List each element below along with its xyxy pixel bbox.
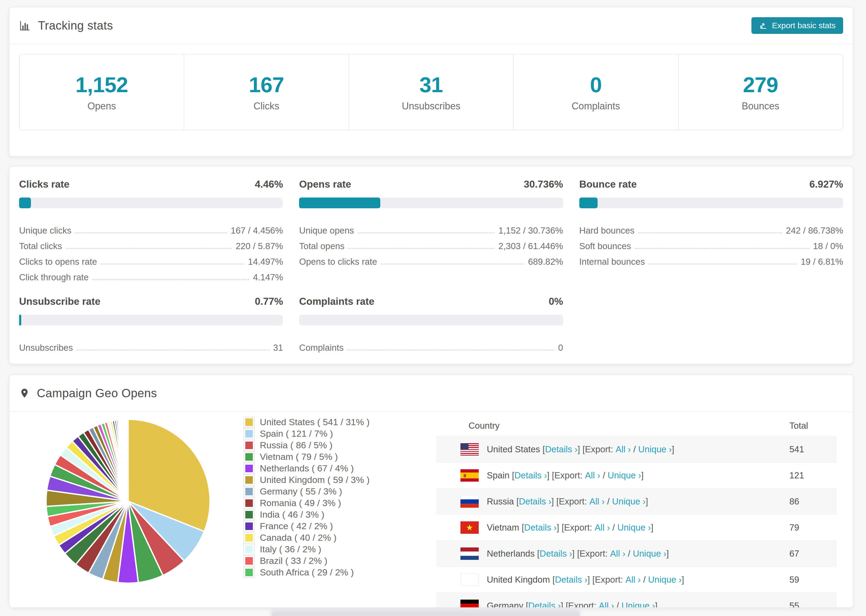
rate-value: 6.927% xyxy=(809,179,843,190)
rate-row-value: 220 / 5.87% xyxy=(236,241,283,251)
punctuation: ] xyxy=(655,601,657,608)
punctuation: / xyxy=(625,548,633,559)
export-unique-link[interactable]: Unique › xyxy=(617,522,651,533)
rate-title: Complaints rate xyxy=(299,296,375,307)
export-all-link[interactable]: All › xyxy=(599,601,614,608)
legend-item: United States ( 541 / 31% ) xyxy=(244,416,370,428)
total-cell: 121 xyxy=(789,470,837,481)
dotted-leader xyxy=(348,248,494,249)
export-unique-link[interactable]: Unique › xyxy=(612,497,646,507)
tracking-stats-header: Tracking stats Export basic stats xyxy=(9,7,853,44)
export-basic-stats-button[interactable]: Export basic stats xyxy=(751,17,843,34)
rate-row-label: Unique opens xyxy=(299,225,354,236)
country-cell: Netherlands [Details ›] [Export: All › /… xyxy=(460,547,789,560)
rate-row-label: Unsubscribes xyxy=(19,343,73,353)
export-unique-link[interactable]: Unique › xyxy=(648,575,682,585)
legend-label: Spain ( 121 / 7% ) xyxy=(260,428,333,439)
rate-row-value: 18 / 0% xyxy=(813,241,843,251)
export-all-link[interactable]: All › xyxy=(616,444,631,454)
legend-swatch xyxy=(244,556,254,566)
export-all-link[interactable]: All › xyxy=(610,548,625,559)
legend-item: Netherlands ( 67 / 4% ) xyxy=(244,462,370,474)
rate-title: Clicks rate xyxy=(19,179,69,190)
total-cell: 541 xyxy=(789,444,837,454)
table-row: Germany [Details ›] [Export: All › / Uni… xyxy=(436,592,837,608)
rate-row: Opens to clicks rate689.82% xyxy=(299,251,563,267)
progress-bar xyxy=(579,198,843,208)
punctuation: / xyxy=(614,601,622,608)
rate-row-label: Soft bounces xyxy=(579,241,631,251)
punctuation: [ xyxy=(514,497,519,507)
dotted-leader xyxy=(635,248,809,249)
export-all-link[interactable]: All › xyxy=(585,470,600,481)
progress-bar-fill xyxy=(19,198,31,208)
geo-content: United States ( 541 / 31% )Spain ( 121 /… xyxy=(9,412,853,608)
country-cell: Vietnam [Details ›] [Export: All › / Uni… xyxy=(460,522,789,534)
rate-row: Unsubscribes31 xyxy=(19,337,283,353)
progress-bar-fill xyxy=(299,198,380,208)
punctuation: [ xyxy=(509,470,514,481)
country-name: Germany xyxy=(487,601,523,608)
details-link[interactable]: Details › xyxy=(540,548,572,559)
legend-label: Russia ( 86 / 5% ) xyxy=(260,440,332,451)
country-cell: United States [Details ›] [Export: All ›… xyxy=(460,443,789,456)
stat-value: 0 xyxy=(590,72,602,97)
rate-row: Soft bounces18 / 0% xyxy=(579,236,843,251)
vn-flag-icon xyxy=(460,522,479,534)
punctuation: ] [Export: xyxy=(572,548,610,559)
rate-row-value: 2,303 / 61.446% xyxy=(498,241,563,251)
geo-legend: United States ( 541 / 31% )Spain ( 121 /… xyxy=(244,416,370,578)
rate-row: Unique opens1,152 / 30.736% xyxy=(299,220,563,236)
export-all-link[interactable]: All › xyxy=(625,575,641,585)
legend-label: Canada ( 40 / 2% ) xyxy=(260,533,337,543)
stat-box: 0Complaints xyxy=(514,55,678,130)
dotted-leader xyxy=(77,350,269,350)
legend-item: Canada ( 40 / 2% ) xyxy=(244,532,370,544)
stat-box: 31Unsubscribes xyxy=(349,55,514,130)
legend-item: Vietnam ( 79 / 5% ) xyxy=(244,451,370,462)
export-unique-link[interactable]: Unique › xyxy=(608,470,641,481)
punctuation: / xyxy=(610,522,617,533)
rate-row-label: Click through rate xyxy=(19,272,89,283)
legend-label: Italy ( 36 / 2% ) xyxy=(260,544,321,555)
geo-table-header-row: Country Total xyxy=(436,415,837,436)
rate-row: Clicks to opens rate14.497% xyxy=(19,251,283,267)
legend-swatch xyxy=(244,498,254,509)
export-all-link[interactable]: All › xyxy=(589,497,605,507)
rate-row: Total opens2,303 / 61.446% xyxy=(299,236,563,251)
punctuation: / xyxy=(631,444,638,454)
rate-title: Unsubscribe rate xyxy=(19,296,100,307)
legend-label: Germany ( 55 / 3% ) xyxy=(260,486,342,497)
details-link[interactable]: Details › xyxy=(524,522,557,533)
details-link[interactable]: Details › xyxy=(555,575,587,585)
geo-header: Campaign Geo Opens xyxy=(9,375,853,412)
total-cell: 55 xyxy=(789,601,837,608)
geo-table: Country Total United States [Details ›] … xyxy=(436,415,837,608)
stat-label: Opens xyxy=(87,101,116,112)
export-unique-link[interactable]: Unique › xyxy=(638,444,672,454)
rate-row-label: Hard bounces xyxy=(579,225,635,236)
rate-section-head: Complaints rate0% xyxy=(299,296,563,307)
details-link[interactable]: Details › xyxy=(519,497,551,507)
table-row: Netherlands [Details ›] [Export: All › /… xyxy=(436,541,837,567)
details-link[interactable]: Details › xyxy=(545,444,578,454)
legend-swatch xyxy=(244,567,254,578)
export-unique-link[interactable]: Unique › xyxy=(633,548,666,559)
legend-swatch xyxy=(244,544,254,555)
stat-label: Complaints xyxy=(572,101,620,112)
export-unique-link[interactable]: Unique › xyxy=(622,601,655,608)
punctuation: ] [Export: xyxy=(561,601,599,608)
legend-swatch xyxy=(244,428,254,439)
stat-value: 1,152 xyxy=(76,72,128,97)
pie-svg xyxy=(45,418,211,585)
rate-row: Hard bounces242 / 86.738% xyxy=(579,220,843,236)
rate-section: Unsubscribe rate0.77%Unsubscribes31 xyxy=(19,296,283,353)
rate-row-value: 167 / 4.456% xyxy=(231,225,283,236)
total-column-header: Total xyxy=(789,421,837,431)
export-all-link[interactable]: All › xyxy=(595,522,610,533)
stat-box: 279Bounces xyxy=(679,55,842,130)
geo-pie-chart xyxy=(45,418,211,585)
details-link[interactable]: Details › xyxy=(515,470,547,481)
details-link[interactable]: Details › xyxy=(528,601,561,608)
punctuation: ] xyxy=(646,497,648,507)
